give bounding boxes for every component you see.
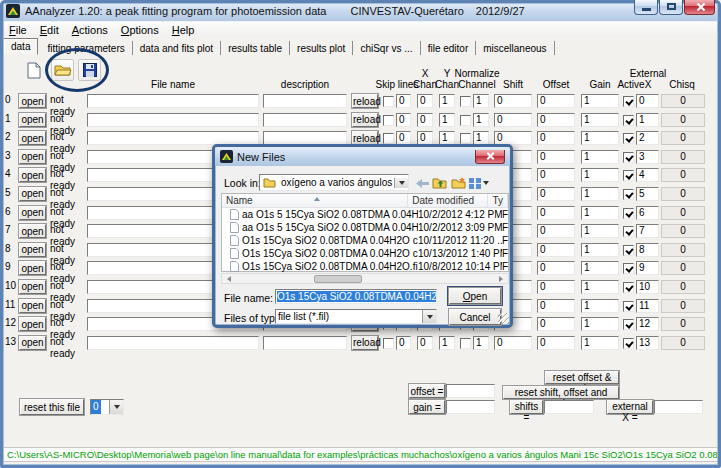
save-file-button[interactable] [78,59,101,81]
dialog-close-button[interactable] [475,150,505,164]
file-list-item[interactable]: O1s 15Cya SiO2 0.08TDMA 0.04H2O c2.fil 1… [222,247,508,260]
external-x-field[interactable]: 4 [636,168,659,182]
normalize-channel-field[interactable]: 1 [473,94,489,108]
gain-field[interactable]: 1 [581,206,619,220]
tab-results-plot[interactable]: results plot [290,41,353,55]
column-date-modified[interactable]: Date modified [408,194,488,207]
open-file-button[interactable] [51,59,74,81]
x-chan-field[interactable]: 0 [417,113,433,127]
open-row-button[interactable]: open [19,206,46,220]
skip-lines-checkbox[interactable] [383,338,394,349]
open-row-button[interactable]: open [19,280,46,294]
open-row-button[interactable]: open [19,336,46,350]
active-checkbox[interactable] [623,96,634,107]
active-checkbox[interactable] [623,208,634,219]
active-checkbox[interactable] [623,245,634,256]
reset-offset-gain-button[interactable]: reset offset & gain [545,371,619,384]
y-chan-field[interactable]: 1 [439,336,455,350]
skip-lines-checkbox[interactable] [383,115,394,126]
open-row-button[interactable]: open [19,317,46,331]
tab-data-and-fits-plot[interactable]: data and fits plot [133,41,221,55]
reset-shift-offset-gain-button[interactable]: reset shift, offset and gain [503,386,619,399]
external-x-field[interactable]: 9 [636,261,659,275]
offset-field[interactable]: 0 [537,94,575,108]
active-checkbox[interactable] [623,338,634,349]
gain-field[interactable]: 1 [581,113,619,127]
normalize-channel-field[interactable]: 1 [473,113,489,127]
file-name-field[interactable] [87,336,259,350]
external-x-field[interactable]: 13 [636,336,659,350]
skip-lines-checkbox[interactable] [383,96,394,107]
menu-options[interactable]: Options [121,24,159,36]
open-row-button[interactable]: open [19,94,46,108]
offset-field[interactable]: 0 [537,243,575,257]
up-folder-button[interactable] [430,175,448,191]
gain-equals-button[interactable]: gain = [409,400,445,414]
dropdown-arrow-button[interactable] [109,400,123,414]
shift-field[interactable]: 0 [494,113,532,127]
shifts-input[interactable] [544,400,594,414]
open-button[interactable]: Open [449,288,501,304]
views-menu-button[interactable] [467,175,491,191]
gain-field[interactable]: 1 [581,280,619,294]
gain-field[interactable]: 1 [581,131,619,145]
reset-file-dropdown[interactable]: 0 [90,399,124,415]
external-x-field[interactable]: 5 [636,187,659,201]
menu-file[interactable]: File [9,24,27,36]
open-row-button[interactable]: open [19,224,46,238]
offset-field[interactable]: 0 [537,113,575,127]
gain-field[interactable]: 1 [581,243,619,257]
active-checkbox[interactable] [623,282,634,293]
external-x-equals-button[interactable]: external X = [607,400,653,414]
offset-field[interactable]: 0 [537,224,575,238]
resize-grip-icon[interactable] [498,313,509,324]
reload-button[interactable]: reload [352,113,378,127]
open-row-button[interactable]: open [19,187,46,201]
offset-field[interactable]: 0 [537,280,575,294]
gain-field[interactable]: 1 [581,317,619,331]
offset-field[interactable]: 0 [537,150,575,164]
horizontal-scrollbar[interactable] [221,273,509,284]
offset-field[interactable]: 0 [537,187,575,201]
active-checkbox[interactable] [623,133,634,144]
skip-lines-field[interactable]: 0 [396,113,411,127]
external-x-field[interactable]: 11 [636,299,659,313]
menu-edit[interactable]: Edit [40,24,59,36]
active-checkbox[interactable] [623,170,634,181]
shift-field[interactable]: 0 [494,94,532,108]
normalize-checkbox[interactable] [460,338,471,349]
reload-button[interactable]: reload [352,94,378,108]
tab-fitting-parameters[interactable]: fitting parameters [40,41,132,55]
external-x-field[interactable]: 3 [636,150,659,164]
close-button[interactable] [684,0,715,15]
tab-results-table[interactable]: results table [221,41,290,55]
gain-field[interactable]: 1 [581,168,619,182]
files-of-type-arrow-button[interactable] [422,310,436,323]
description-field[interactable] [263,336,347,350]
gain-field[interactable]: 1 [581,336,619,350]
cancel-button[interactable]: Cancel [449,309,501,325]
x-chan-field[interactable]: 0 [417,94,433,108]
offset-field[interactable]: 0 [537,261,575,275]
files-of-type-dropdown[interactable]: file list (*.fil) [275,309,437,324]
normalize-checkbox[interactable] [460,115,471,126]
offset-equals-button[interactable]: offset = [409,384,445,398]
open-row-button[interactable]: open [19,261,46,275]
description-field[interactable] [263,94,347,108]
minimize-button[interactable] [634,0,658,15]
tab-file-editor[interactable]: file editor [421,41,477,55]
gain-field[interactable]: 1 [581,187,619,201]
back-button[interactable] [413,175,431,191]
active-checkbox[interactable] [623,189,634,200]
gain-field[interactable]: 1 [581,299,619,313]
external-x-field[interactable]: 6 [636,206,659,220]
file-list-item[interactable]: aa O1s 5 15Cya SiO2 0.08TDMA 0.04H2O 2.f… [222,208,508,221]
tab-chisqr-vs[interactable]: chiSqr vs ... [353,41,420,55]
shifts-equals-button[interactable]: shifts = [510,400,543,414]
gain-field[interactable]: 1 [581,224,619,238]
gain-field[interactable]: 1 [581,94,619,108]
gain-field[interactable]: 1 [581,150,619,164]
offset-field[interactable]: 0 [537,317,575,331]
file-name-input[interactable]: O1s 15Cya SiO2 0.08TDMA 0.04H2O c2 [275,289,437,304]
menu-actions[interactable]: Actions [72,24,108,36]
